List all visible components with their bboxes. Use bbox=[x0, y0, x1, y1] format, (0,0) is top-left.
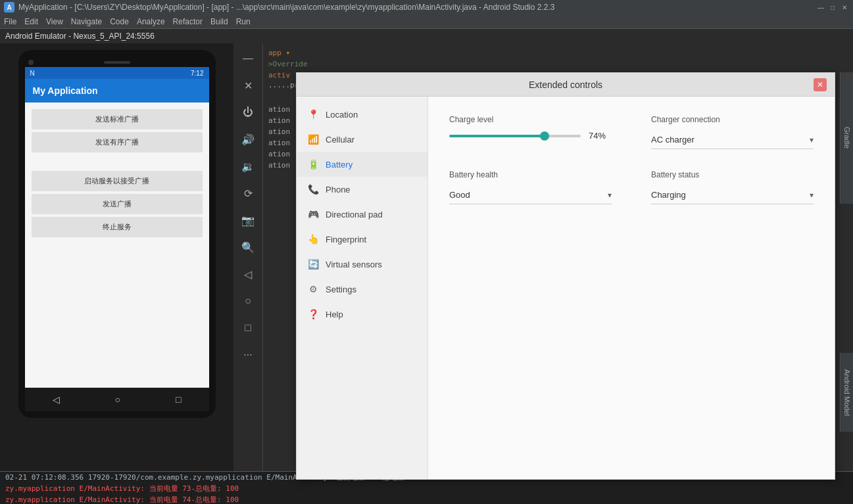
slider-container: 74% bbox=[449, 131, 612, 141]
battery-health-value: Good bbox=[449, 190, 608, 200]
nav-fingerprint-label: Fingerprint bbox=[326, 235, 366, 244]
android-app-name-status: N bbox=[30, 70, 35, 77]
charge-percentage: 74% bbox=[589, 131, 612, 141]
ext-main-content: Charge level 74% Charger connection AC c… bbox=[428, 97, 835, 479]
phone-icon: 📞 bbox=[307, 183, 319, 195]
nav-battery-label: Battery bbox=[326, 160, 353, 170]
emulator-panel: N 7:12 My Application 发送标准广播 发送有序广播 启动服务… bbox=[0, 43, 233, 471]
battery-status-dropdown[interactable]: Charging ▾ bbox=[651, 186, 814, 204]
menu-refactor[interactable]: Refactor bbox=[173, 17, 203, 26]
ext-sidebar: 📍 Location 📶 Cellular 🔋 Battery 📞 Phone bbox=[297, 97, 428, 479]
phone-top-bar bbox=[25, 60, 209, 65]
nav-dpad-label: Directional pad bbox=[326, 210, 383, 219]
menu-build[interactable]: Build bbox=[210, 17, 228, 26]
nav-back-icon[interactable]: ◁ bbox=[53, 394, 60, 405]
nav-vsensors-label: Virtual sensors bbox=[326, 260, 382, 269]
phone-speaker bbox=[104, 61, 130, 64]
btn-start-service[interactable]: 启动服务以接受广播 bbox=[32, 171, 203, 191]
menu-analyze[interactable]: Analyze bbox=[137, 17, 165, 26]
toolbar-more-btn[interactable]: ··· bbox=[236, 343, 260, 367]
toolbar-collapse-btn[interactable]: — bbox=[236, 47, 260, 70]
menu-code[interactable]: Code bbox=[110, 17, 129, 26]
title-text: MyApplication - [C:\Users\ZY\Desktop\MyA… bbox=[18, 3, 816, 12]
android-toolbar: My Application bbox=[25, 79, 209, 103]
toolbar-close-btn[interactable]: ✕ bbox=[236, 74, 260, 97]
toolbar-square-btn[interactable]: □ bbox=[236, 316, 260, 340]
ext-close-button[interactable]: ✕ bbox=[814, 78, 827, 91]
close-button[interactable]: ✕ bbox=[840, 3, 849, 12]
menu-bar: File Edit View Navigate Code Analyze Ref… bbox=[0, 14, 853, 29]
nav-home-icon[interactable]: ○ bbox=[115, 394, 120, 405]
minimize-button[interactable]: — bbox=[816, 3, 825, 12]
maximize-button[interactable]: □ bbox=[828, 3, 837, 12]
gradle-label: Gradle bbox=[843, 127, 851, 149]
location-icon: 📍 bbox=[307, 108, 319, 120]
log-line: zy.myapplication E/MainActivity: 当前电量 74… bbox=[0, 494, 853, 504]
toolbar-volume-down-btn[interactable]: 🔉 bbox=[236, 154, 260, 178]
toolbar-volume-up-btn[interactable]: 🔊 bbox=[236, 127, 260, 151]
charge-slider[interactable] bbox=[449, 135, 581, 137]
nav-location-label: Location bbox=[326, 110, 358, 120]
phone-screen: N 7:12 My Application 发送标准广播 发送有序广播 启动服务… bbox=[25, 67, 209, 411]
ext-title: Extended controls bbox=[318, 80, 814, 90]
nav-recent-icon[interactable]: □ bbox=[176, 394, 181, 405]
toolbar-zoom-btn[interactable]: 🔍 bbox=[236, 235, 260, 259]
nav-help-label: Help bbox=[326, 309, 343, 319]
toolbar-back-btn[interactable]: ◁ bbox=[236, 262, 260, 286]
battery-health-dropdown[interactable]: Good ▾ bbox=[449, 186, 612, 204]
android-content: 发送标准广播 发送有序广播 启动服务以接受广播 发送广播 终止服务 bbox=[25, 103, 209, 388]
menu-run[interactable]: Run bbox=[236, 17, 251, 26]
nav-settings-label: Settings bbox=[326, 285, 356, 294]
android-status-bar: N 7:12 bbox=[25, 67, 209, 79]
nav-cellular[interactable]: 📶 Cellular bbox=[297, 127, 427, 152]
toolbar-home-btn[interactable]: ○ bbox=[236, 289, 260, 313]
emulator-label: Android Emulator - Nexus_5_API_24:5556 bbox=[0, 29, 853, 43]
menu-view[interactable]: View bbox=[46, 17, 63, 26]
extended-controls-dialog: Extended controls ✕ 📍 Location 📶 Cellula… bbox=[296, 72, 835, 480]
btn-ordered-broadcast[interactable]: 发送有序广播 bbox=[32, 132, 203, 152]
ext-body: 📍 Location 📶 Cellular 🔋 Battery 📞 Phone bbox=[297, 97, 835, 479]
nav-phone-label: Phone bbox=[326, 185, 351, 195]
nav-battery[interactable]: 🔋 Battery bbox=[297, 152, 427, 177]
btn-standard-broadcast[interactable]: 发送标准广播 bbox=[32, 109, 203, 129]
status-dropdown-arrow: ▾ bbox=[810, 191, 814, 200]
fingerprint-icon: 👆 bbox=[307, 233, 319, 245]
nav-directional-pad[interactable]: 🎮 Directional pad bbox=[297, 202, 427, 227]
battery-health-field: Battery health Good ▾ bbox=[449, 170, 612, 204]
nav-cellular-label: Cellular bbox=[326, 135, 354, 145]
row-battery: Battery health Good ▾ Battery status Cha… bbox=[449, 170, 814, 204]
nav-virtual-sensors[interactable]: 🔄 Virtual sensors bbox=[297, 252, 427, 277]
window-controls[interactable]: — □ ✕ bbox=[816, 3, 849, 12]
nav-phone[interactable]: 📞 Phone bbox=[297, 177, 427, 202]
settings-icon: ⚙ bbox=[307, 283, 319, 295]
help-icon: ❓ bbox=[307, 308, 319, 320]
android-nav-bar: ◁ ○ □ bbox=[25, 388, 209, 411]
app-icon: A bbox=[4, 2, 14, 12]
nav-fingerprint[interactable]: 👆 Fingerprint bbox=[297, 227, 427, 252]
battery-status-label: Battery status bbox=[651, 170, 814, 179]
log-line: zy.myapplication E/MainActivity: 当前电量 73… bbox=[0, 483, 853, 494]
toolbar-rotate-btn[interactable]: ⟳ bbox=[236, 181, 260, 205]
gradle-sidebar[interactable]: Gradle bbox=[840, 72, 853, 204]
row-charge: Charge level 74% Charger connection AC c… bbox=[449, 115, 814, 149]
toolbar-screenshot-btn[interactable]: 📷 bbox=[236, 208, 260, 232]
ext-title-bar: Extended controls ✕ bbox=[297, 73, 835, 97]
nav-settings[interactable]: ⚙ Settings bbox=[297, 277, 427, 302]
title-bar: A MyApplication - [C:\Users\ZY\Desktop\M… bbox=[0, 0, 853, 14]
toolbar-power-btn[interactable]: ⏻ bbox=[236, 101, 260, 124]
btn-stop-service[interactable]: 终止服务 bbox=[32, 217, 203, 237]
btn-send-broadcast[interactable]: 发送广播 bbox=[32, 194, 203, 214]
charger-dropdown-arrow: ▾ bbox=[810, 135, 814, 145]
android-model-sidebar[interactable]: Android Model bbox=[840, 353, 853, 432]
battery-status-value: Charging bbox=[651, 190, 810, 200]
nav-location[interactable]: 📍 Location bbox=[297, 102, 427, 127]
side-toolbar: — ✕ ⏻ 🔊 🔉 ⟳ 📷 🔍 ◁ ○ □ ··· bbox=[233, 43, 263, 471]
android-app-title: My Application bbox=[33, 85, 98, 96]
nav-help[interactable]: ❓ Help bbox=[297, 302, 427, 327]
charge-level-field: Charge level 74% bbox=[449, 115, 612, 149]
charger-connection-dropdown[interactable]: AC charger ▾ bbox=[651, 131, 814, 149]
charger-connection-label: Charger connection bbox=[651, 115, 814, 124]
menu-edit[interactable]: Edit bbox=[24, 17, 38, 26]
menu-navigate[interactable]: Navigate bbox=[71, 17, 102, 26]
menu-file[interactable]: File bbox=[4, 17, 16, 26]
